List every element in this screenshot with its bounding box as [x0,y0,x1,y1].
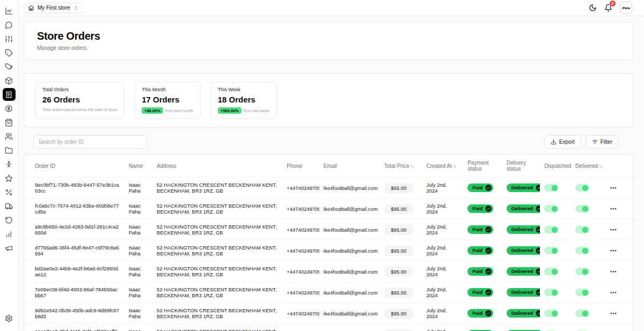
table-row: fc0a6c7c-7674-4012-83be-60d08e77cd5e Isa… [24,198,633,219]
created-at-cell: July 2nd, 2024 [422,303,463,324]
sidebar-item-shopping-bag[interactable] [3,116,16,129]
delivered-cell [571,219,606,240]
notification-badge: 6 [609,0,616,7]
toggle-knob [582,227,588,233]
row-actions-button[interactable]: ⋯ [610,226,617,234]
row-actions-cell: ⋯ [605,303,633,324]
delivered-toggle[interactable] [575,184,589,192]
stat-value: 17 Orders [142,95,193,104]
settings-icon [5,314,13,322]
sidebar-item-tags[interactable] [3,60,16,73]
name-cell: Isaac Paha [125,219,152,240]
check-circle-icon [485,205,492,212]
dispatched-toggle[interactable] [544,289,558,296]
toggle-knob [552,227,558,233]
payment-status-label: Paid [472,248,482,253]
price-pill: $65.00 [384,288,413,298]
stat-label: This Week [218,87,269,92]
order-id-cell: aaea7ea3-2fef-4a1b-8cf1-ef622ccff803 [24,324,125,331]
dispatched-cell [540,261,571,282]
email-cell: ike4football@gmail.com [319,219,380,240]
coins-icon [5,105,13,113]
sidebar-item-truck[interactable] [3,200,16,212]
sidebar-item-chat[interactable] [3,18,16,31]
sidebar-item-coins[interactable] [3,102,16,115]
sidebar-item-person[interactable] [3,158,16,171]
delivered-toggle[interactable] [575,226,589,233]
sidebar-item-settings[interactable] [3,312,16,325]
delivery-status-label: Delivered [511,311,533,316]
filter-button[interactable]: Filter [586,135,618,149]
delivered-toggle[interactable] [575,310,589,317]
column-header-phone: Phone [282,155,319,178]
column-header-delivered[interactable]: Delivered↑↓ [571,155,606,178]
sidebar-item-analytics[interactable] [3,4,16,17]
row-actions-button[interactable]: ⋯ [610,184,617,192]
delivery-status-badge: Delivered [507,246,540,255]
address-cell: 52 HACKINGTON CRESCENT BECKENHAM KENT, B… [152,282,282,303]
column-header-created-at[interactable]: Created At↑↓ [422,155,463,178]
store-selector[interactable]: My First store [24,3,83,13]
sidebar-item-star[interactable] [3,172,16,185]
column-header-email: Email [319,155,380,178]
column-header-total-price[interactable]: Total Price↑↓ [380,155,422,178]
row-actions-button[interactable]: ⋯ [610,268,617,276]
dispatched-toggle[interactable] [544,268,558,275]
table-row: a9c8b650-4e2d-4283-8d1f-281c4ca2660d Isa… [24,219,633,240]
delivery-status-cell: Delivered [502,261,540,282]
row-actions-button[interactable]: ⋯ [610,247,617,255]
phone-cell: +447402497091 [282,261,319,282]
delivered-toggle[interactable] [575,268,589,275]
sidebar-item-folder[interactable] [3,144,16,157]
orders-table-card: Order IDNameAddressPhoneEmailTotal Price… [24,154,633,331]
phone-cell: +447402497091 [282,303,319,324]
sidebar-item-bar-chart[interactable] [3,227,16,240]
sidebar-item-sliders[interactable] [3,32,16,45]
sidebar-item-orders[interactable] [3,88,16,101]
delivery-status-cell: Delivered [502,303,540,324]
dark-mode-toggle[interactable] [589,4,597,12]
export-button[interactable]: Export [545,135,581,149]
created-at-cell: July 2nd, 2024 [422,198,463,219]
sort-icon: ↑↓ [410,164,413,169]
row-actions-button[interactable]: ⋯ [610,310,617,318]
sidebar-item-undo[interactable] [3,214,16,226]
table-row: 9ec0bf71-730b-483b-9447-57e3b1ca03cc Isa… [24,178,633,198]
sidebar-item-megaphone[interactable] [3,241,16,254]
dispatched-cell [540,198,571,219]
dispatched-toggle[interactable] [544,226,558,233]
dispatched-cell [540,178,571,198]
dispatched-toggle[interactable] [544,205,558,212]
avatar[interactable]: iPaha [620,2,632,14]
column-header-address: Address [152,155,282,178]
dispatched-cell [540,282,571,303]
dispatched-toggle[interactable] [544,247,558,254]
name-cell: Isaac Paha [125,178,152,198]
trend-badge: +88.89% [142,107,163,114]
table-row: d7766ad6-36f4-45df-8e47-c6f78c8a6594 Isa… [24,240,633,261]
bar-chart-icon [5,230,13,238]
row-actions-button[interactable]: ⋯ [610,289,617,297]
total-price-cell: $65.00 [380,178,422,198]
created-at-cell: July 2nd, 2024 [422,261,463,282]
search-input[interactable] [33,135,147,149]
sidebar-item-percent[interactable] [3,186,16,198]
delivered-toggle[interactable] [575,289,589,296]
email-cell: ike4football@gmail.com [319,303,380,324]
payment-status-cell: Paid [463,178,502,198]
row-actions-button[interactable]: ⋯ [610,205,617,213]
delivered-toggle[interactable] [575,247,589,254]
delivery-status-badge: Delivered [507,267,540,276]
sidebar-item-tag[interactable] [3,46,16,59]
address-cell: 52 HACKINGTON CRESCENT BECKENHAM KENT, B… [152,219,282,240]
dispatched-toggle[interactable] [544,184,558,192]
sidebar-item-users[interactable] [3,130,16,143]
name-cell: Isaac Paha [125,240,152,261]
notifications-button[interactable]: 6 [604,4,612,12]
dispatched-toggle[interactable] [544,310,558,317]
created-at-cell: July 2nd, 2024 [422,240,463,261]
sidebar-item-package[interactable] [3,74,16,87]
payment-status-cell: Paid [463,240,502,261]
delivered-toggle[interactable] [575,205,589,212]
delivered-cell [571,324,606,331]
